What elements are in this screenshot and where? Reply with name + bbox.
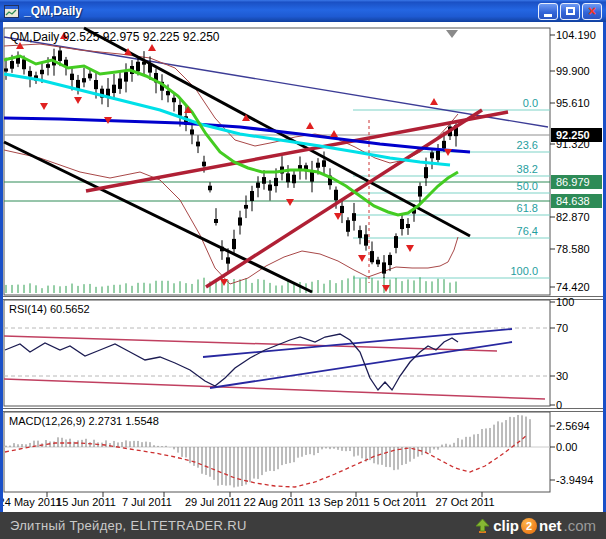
- macd-indicator-label: MACD(12,26,9) 2.2731 1.5548: [9, 415, 159, 427]
- macd-axis-label: 2.5694: [556, 420, 590, 432]
- candle-body: [226, 257, 230, 263]
- date-axis-label: 22 Aug 2011: [244, 496, 305, 508]
- candle-body: [136, 62, 140, 72]
- candle-body: [406, 224, 410, 228]
- candle-body: [298, 165, 302, 169]
- candle-body: [172, 98, 176, 102]
- trendline-black: [4, 142, 312, 292]
- candle-body: [22, 59, 26, 69]
- minimize-icon: [544, 14, 552, 17]
- candle-body: [244, 205, 248, 209]
- fib-label: 50.0: [517, 180, 538, 192]
- candle-body: [238, 217, 242, 225]
- minimize-button[interactable]: [538, 3, 558, 20]
- candle-body: [10, 61, 14, 69]
- candle-body: [46, 64, 50, 68]
- price-axis-label: 99.900: [556, 65, 590, 77]
- fib-label: 61.8: [517, 202, 538, 214]
- rsi-trendline-navy: [210, 342, 512, 388]
- candle-body: [124, 72, 128, 82]
- fractal-down-arrow-icon: [334, 213, 342, 220]
- candle-body: [214, 219, 218, 223]
- window-icon: [4, 5, 19, 18]
- price-axis-label: 78.580: [556, 243, 590, 255]
- date-axis-label: 5 Oct 2011: [374, 496, 427, 508]
- date-axis-label: 29 Jul 2011: [185, 496, 241, 508]
- price-axis-label: 104.190: [556, 29, 596, 41]
- fractal-down-arrow-icon: [406, 245, 414, 252]
- fib-label: 0.0: [523, 97, 538, 109]
- close-button[interactable]: ×: [582, 3, 602, 20]
- chart-area[interactable]: 0.023.638.250.061.876,4100.0QM,Daily 92.…: [0, 22, 606, 512]
- title-bar[interactable]: _QM,Daily ×: [0, 0, 606, 22]
- candle-body: [316, 163, 320, 168]
- fib-label: 100.0: [510, 265, 538, 277]
- price-axis-label: 95.610: [556, 97, 590, 109]
- candle-body: [70, 74, 74, 80]
- date-axis-label: 27 Oct 2011: [435, 496, 494, 508]
- chart-header-ohlc: QM,Daily 92.525 92.975 92.225 92.250: [10, 30, 220, 44]
- candle-body: [94, 80, 98, 89]
- fractal-up-arrow-icon: [148, 44, 156, 51]
- candle-body: [346, 220, 350, 232]
- candle-body: [250, 191, 254, 201]
- date-axis-label: 15 Jun 2011: [56, 496, 116, 508]
- candle-body: [436, 151, 440, 160]
- candle-body: [118, 79, 122, 89]
- candle-body: [178, 105, 182, 116]
- fib-label: 23.6: [517, 139, 538, 151]
- pane-border: [4, 300, 550, 406]
- logo-net-text: net: [539, 517, 562, 534]
- candle-body: [88, 74, 92, 79]
- date-axis-label: 7 Jul 2011: [122, 496, 172, 508]
- candle-body: [418, 186, 422, 196]
- logo-clip-text: clip: [493, 517, 519, 534]
- rsi-axis-label: 30: [556, 370, 568, 382]
- candle-body: [58, 50, 62, 60]
- clip2net-logo[interactable]: clip 2 net .com: [474, 517, 596, 534]
- candle-body: [166, 91, 170, 95]
- fractal-down-arrow-icon: [74, 97, 82, 104]
- footer-site-label: Элитный Трейдер, ELITETRADER.RU: [10, 518, 247, 533]
- rsi-trendline-crimson: [4, 336, 497, 351]
- candle-body: [286, 173, 290, 182]
- fractal-up-arrow-icon: [330, 130, 338, 137]
- logo-com-text: .com: [563, 517, 596, 534]
- candle-body: [256, 183, 260, 188]
- fractal-down-arrow-icon: [220, 279, 228, 286]
- rsi-indicator-label: RSI(14) 60.5652: [9, 303, 90, 315]
- candle-body: [208, 186, 212, 191]
- rsi-axis-label: 100: [556, 296, 574, 308]
- fractal-up-arrow-icon: [306, 122, 314, 129]
- candle-body: [352, 213, 356, 221]
- scroll-end-marker-icon: [446, 30, 458, 38]
- candle-body: [232, 239, 236, 249]
- fractal-down-arrow-icon: [40, 103, 48, 110]
- macd-axis-label: -3.9494: [556, 474, 593, 486]
- candle-body: [430, 152, 434, 158]
- candle-body: [322, 160, 326, 167]
- fractal-down-arrow-icon: [286, 199, 294, 206]
- footer-bar: Элитный Трейдер, ELITETRADER.RU clip 2 n…: [0, 512, 606, 539]
- candle-body: [340, 206, 344, 213]
- candle-body: [364, 234, 368, 245]
- macd-axis-label: 0.00: [556, 441, 577, 453]
- green-badge-label: 86.979: [556, 176, 590, 188]
- window-controls: ×: [538, 3, 602, 20]
- date-axis-label: 24 May 2011: [0, 496, 61, 508]
- candle-body: [274, 178, 278, 186]
- fractal-down-arrow-icon: [358, 255, 366, 262]
- candle-body: [400, 219, 404, 229]
- logo-two-badge: 2: [521, 518, 537, 534]
- rsi-trendline-crimson: [4, 379, 545, 399]
- candle-body: [4, 68, 8, 71]
- candle-body: [196, 142, 200, 147]
- candle-body: [388, 255, 392, 265]
- candle-body: [376, 260, 380, 265]
- fractal-up-arrow-icon: [430, 98, 438, 105]
- maximize-button[interactable]: [560, 3, 580, 20]
- candle-body: [358, 230, 362, 238]
- candle-body: [262, 177, 266, 184]
- candle-body: [40, 70, 44, 74]
- window-frame-left: [0, 22, 3, 512]
